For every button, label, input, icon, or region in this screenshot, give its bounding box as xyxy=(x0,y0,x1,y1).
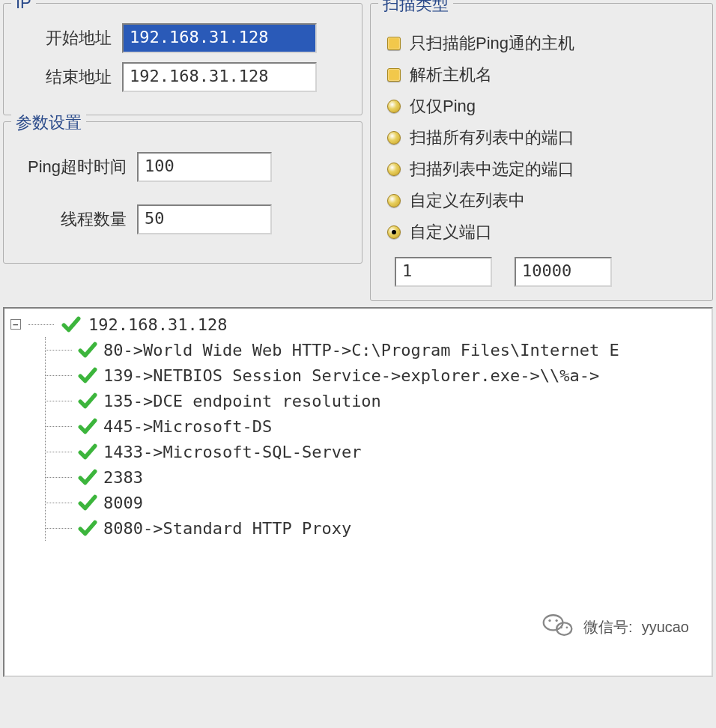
radio-scan-all-ports-label: 扫描所有列表中的端口 xyxy=(410,127,574,149)
watermark: 微信号: yyucao xyxy=(541,609,689,646)
radio-custom-in-list[interactable] xyxy=(387,194,401,207)
radio-custom-in-list-label: 自定义在列表中 xyxy=(410,189,525,212)
watermark-id: yyucao xyxy=(642,619,689,636)
threads-label: 线程数量 xyxy=(14,208,127,231)
tree-item[interactable]: 445->Microsoft-DS xyxy=(46,413,706,439)
radio-scan-selected-ports[interactable] xyxy=(387,163,401,176)
port-end-input[interactable]: 10000 xyxy=(515,257,612,287)
radio-only-ping-label: 仅仅Ping xyxy=(410,95,476,118)
ip-group: IP 开始地址 192.168.31.128 结束地址 192.168.31.1… xyxy=(3,3,362,115)
tree-item[interactable]: 135->DCE endpoint resolution xyxy=(46,388,706,413)
check-icon xyxy=(61,315,81,334)
radio-custom-port-label: 自定义端口 xyxy=(410,221,492,243)
start-address-input[interactable]: 192.168.31.128 xyxy=(122,23,317,53)
radio-scan-all-ports[interactable] xyxy=(387,131,401,145)
svg-point-2 xyxy=(548,619,550,622)
tree-item-label: 8080->Standard HTTP Proxy xyxy=(103,519,351,538)
svg-point-3 xyxy=(556,619,558,622)
check-icon xyxy=(78,391,97,410)
start-address-label: 开始地址 xyxy=(14,27,112,49)
end-address-input[interactable]: 192.168.31.128 xyxy=(122,62,317,92)
radio-custom-port[interactable] xyxy=(387,225,401,239)
svg-point-5 xyxy=(566,626,568,628)
check-icon xyxy=(78,442,97,461)
radio-scan-selected-ports-label: 扫描列表中选定的端口 xyxy=(410,158,574,181)
tree-item-label: 445->Microsoft-DS xyxy=(103,417,272,436)
svg-point-4 xyxy=(560,626,562,628)
check-icon xyxy=(78,340,97,360)
ping-timeout-input[interactable]: 100 xyxy=(137,152,272,182)
scan-type-group: 扫描类型 只扫描能Ping通的主机 解析主机名 仅仅Ping 扫描所有列表中的端… xyxy=(370,3,713,301)
scan-legend: 扫描类型 xyxy=(378,0,453,16)
svg-point-0 xyxy=(544,615,563,630)
checkbox-resolve-hostname[interactable] xyxy=(387,68,401,82)
check-icon xyxy=(78,518,97,538)
tree-item-label: 1433->Microsoft-SQL-Server xyxy=(103,443,361,461)
tree-item-label: 139->NETBIOS Session Service->explorer.e… xyxy=(103,366,599,385)
tree-item[interactable]: 80->World Wide Web HTTP->C:\Program File… xyxy=(46,337,706,363)
tree-item-label: 8009 xyxy=(103,494,143,512)
port-start-input[interactable]: 1 xyxy=(395,257,492,287)
watermark-label: 微信号: xyxy=(583,617,633,637)
checkbox-resolve-hostname-label: 解析主机名 xyxy=(410,64,492,86)
check-icon xyxy=(78,416,97,436)
params-legend: 参数设置 xyxy=(11,112,86,134)
collapse-icon[interactable]: − xyxy=(10,319,21,330)
tree-item[interactable]: 8009 xyxy=(46,490,706,515)
end-address-label: 结束地址 xyxy=(14,66,112,88)
tree-item-label: 80->World Wide Web HTTP->C:\Program File… xyxy=(103,341,619,360)
tree-item[interactable]: 2383 xyxy=(46,464,706,490)
radio-only-ping[interactable] xyxy=(387,100,401,113)
results-tree[interactable]: − 192.168.31.128 80->World Wide Web HTTP… xyxy=(3,307,713,677)
tree-root-row[interactable]: − 192.168.31.128 xyxy=(10,315,706,334)
checkbox-ping-only-hosts-label: 只扫描能Ping通的主机 xyxy=(410,32,574,55)
check-icon xyxy=(78,467,97,487)
params-group: 参数设置 Ping超时时间 100 线程数量 50 xyxy=(3,121,362,264)
wechat-icon xyxy=(541,609,574,646)
check-icon xyxy=(78,365,97,385)
tree-item[interactable]: 8080->Standard HTTP Proxy xyxy=(46,515,706,541)
tree-root-label: 192.168.31.128 xyxy=(88,315,227,334)
ip-legend: IP xyxy=(11,0,36,13)
ping-timeout-label: Ping超时时间 xyxy=(14,156,127,178)
tree-item[interactable]: 139->NETBIOS Session Service->explorer.e… xyxy=(46,363,706,388)
check-icon xyxy=(78,493,97,512)
tree-item[interactable]: 1433->Microsoft-SQL-Server xyxy=(46,439,706,464)
tree-item-label: 135->DCE endpoint resolution xyxy=(103,392,381,410)
checkbox-ping-only-hosts[interactable] xyxy=(387,37,401,50)
tree-item-label: 2383 xyxy=(103,468,143,487)
threads-input[interactable]: 50 xyxy=(137,204,272,234)
